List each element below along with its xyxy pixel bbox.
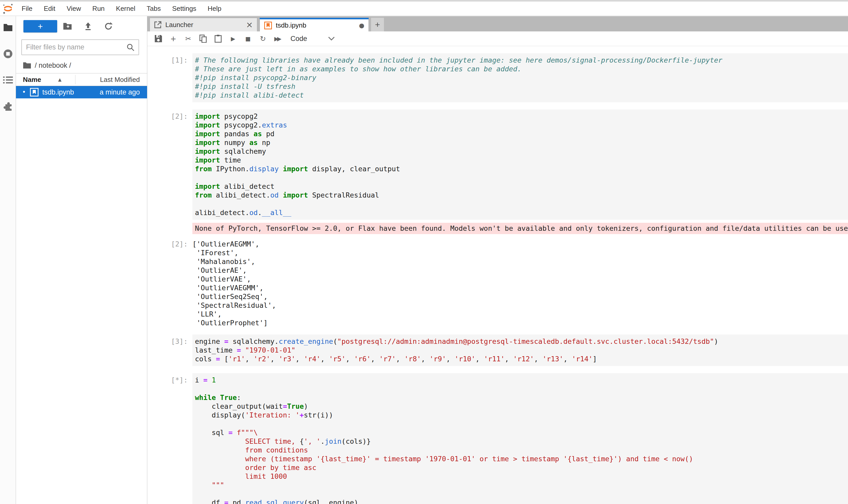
add-cell-icon[interactable]: + bbox=[166, 33, 181, 44]
code-line: cols = ['r1', 'r2', 'r3', 'r4', 'r5', 'r… bbox=[195, 355, 848, 363]
code-line: from alibi_detect.od import SpectralResi… bbox=[195, 191, 848, 200]
column-divider bbox=[75, 75, 75, 84]
file-filter-input[interactable] bbox=[22, 43, 126, 52]
chevron-down-icon bbox=[328, 37, 335, 41]
sort-ascending-icon[interactable]: ▲ bbox=[58, 77, 61, 82]
execution-prompt: [2]: bbox=[151, 109, 192, 220]
code-line bbox=[195, 419, 848, 428]
output-line: 'OutlierProphet'] bbox=[192, 319, 848, 327]
launcher-tab-icon bbox=[154, 21, 162, 29]
copy-cells-icon[interactable] bbox=[196, 33, 211, 44]
code-line: engine = sqlalchemy.create_engine("postg… bbox=[195, 337, 848, 346]
code-editor[interactable]: # The following libraries have already b… bbox=[192, 53, 848, 102]
menu-edit[interactable]: Edit bbox=[38, 5, 61, 13]
code-editor[interactable]: i = 1 while True: clear_output(wait=True… bbox=[192, 373, 848, 504]
breadcrumb-path: / notebook / bbox=[35, 61, 71, 70]
menu-view[interactable]: View bbox=[61, 5, 87, 13]
file-row-selected[interactable]: • tsdb.ipynb a minute ago bbox=[16, 86, 147, 98]
notebook-dock-area: Launcher × tsdb.ipynb ● + + ✂ bbox=[147, 16, 848, 504]
execution-prompt: [3]: bbox=[151, 335, 192, 366]
notebook-cell: [*]:i = 1 while True: clear_output(wait=… bbox=[151, 373, 848, 504]
refresh-icon[interactable] bbox=[98, 22, 119, 31]
file-browser-toolbar: + bbox=[16, 16, 147, 36]
notebook-toolbar: + ✂ ▶ ■ ↻ ▶▶ Code bbox=[147, 32, 848, 46]
code-line: clear_output(wait=True) bbox=[195, 402, 848, 411]
file-filter-box bbox=[21, 39, 139, 55]
execution-prompt: [*]: bbox=[151, 373, 192, 504]
output-line: 'SpectralResidual', bbox=[192, 301, 848, 310]
stop-kernel-icon[interactable]: ■ bbox=[240, 33, 255, 44]
code-line bbox=[195, 173, 848, 182]
run-cell-icon[interactable]: ▶ bbox=[225, 33, 240, 44]
output-line: 'OutlierSeq2Seq', bbox=[192, 292, 848, 301]
file-modified: a minute ago bbox=[100, 88, 147, 96]
paste-cells-icon[interactable] bbox=[211, 33, 225, 44]
code-line: import psycopg2 bbox=[195, 112, 848, 121]
code-line: last_time = "1970-01-01" bbox=[195, 346, 848, 355]
cell-type-dropdown[interactable]: Code bbox=[290, 35, 339, 43]
save-icon[interactable] bbox=[151, 33, 166, 44]
result-lines: ['OutlierAEGMM', 'IForest', 'Mahalanobis… bbox=[192, 237, 848, 327]
upload-icon[interactable] bbox=[78, 22, 98, 31]
column-header-modified[interactable]: Last Modified bbox=[100, 76, 147, 84]
code-line: display('Iteration: '+str(i)) bbox=[195, 411, 848, 419]
code-line: # The following libraries have already b… bbox=[195, 56, 848, 65]
file-list-header: Name ▲ Last Modified bbox=[16, 73, 147, 86]
menu-file[interactable]: File bbox=[16, 5, 38, 13]
main-menubar: File Edit View Run Kernel Tabs Settings … bbox=[0, 2, 848, 16]
column-header-name[interactable]: Name bbox=[16, 76, 41, 84]
menu-tabs[interactable]: Tabs bbox=[141, 5, 166, 13]
code-line: from conditions bbox=[195, 446, 848, 454]
restart-kernel-icon[interactable]: ↻ bbox=[255, 33, 270, 44]
new-folder-icon[interactable] bbox=[57, 22, 78, 30]
code-editor[interactable]: import psycopg2import psycopg2.extrasimp… bbox=[192, 109, 848, 220]
code-line: import pandas as pd bbox=[195, 129, 848, 138]
notebook-cell: [2]:import psycopg2import psycopg2.extra… bbox=[151, 109, 848, 327]
jupyter-logo-icon bbox=[0, 3, 16, 15]
notebook-cell: [1]:# The following libraries have alrea… bbox=[151, 53, 848, 102]
left-activity-bar bbox=[0, 16, 16, 504]
cell-type-value: Code bbox=[290, 35, 307, 43]
home-folder-icon[interactable] bbox=[23, 62, 31, 69]
tab-notebook[interactable]: tsdb.ipynb ● bbox=[259, 18, 369, 32]
code-line: #!pip install alibi-detect bbox=[195, 91, 848, 100]
execution-result-row: [2]:['OutlierAEGMM', 'IForest', 'Mahalan… bbox=[151, 237, 848, 327]
output-line: 'OutlierVAE', bbox=[192, 275, 848, 284]
menu-settings[interactable]: Settings bbox=[166, 5, 202, 13]
code-line: import psycopg2.extras bbox=[195, 121, 848, 129]
restart-run-all-icon[interactable]: ▶▶ bbox=[270, 33, 285, 44]
unsaved-dot: • bbox=[16, 89, 26, 96]
menu-help[interactable]: Help bbox=[202, 5, 227, 13]
notebook-file-icon bbox=[30, 88, 39, 96]
code-line: sql = f"""\ bbox=[195, 428, 848, 437]
output-line: 'Mahalanobis', bbox=[192, 257, 848, 266]
code-line: df = pd.read_sql_query(sql, engine) bbox=[195, 498, 848, 504]
code-editor[interactable]: engine = sqlalchemy.create_engine("postg… bbox=[192, 335, 848, 366]
extension-manager-icon[interactable] bbox=[3, 101, 13, 111]
new-tab-button[interactable]: + bbox=[371, 18, 384, 32]
code-line: import time bbox=[195, 156, 848, 165]
output-prompt bbox=[151, 223, 192, 234]
tab-launcher[interactable]: Launcher × bbox=[150, 18, 257, 32]
cut-cells-icon[interactable]: ✂ bbox=[181, 33, 196, 44]
breadcrumb[interactable]: / notebook / bbox=[16, 58, 147, 73]
new-launcher-button[interactable]: + bbox=[23, 20, 57, 33]
output-line: ['OutlierAEGMM', bbox=[192, 240, 848, 249]
output-line: 'LLR', bbox=[192, 310, 848, 319]
code-line bbox=[195, 200, 848, 208]
notebook-cell: [3]:engine = sqlalchemy.create_engine("p… bbox=[151, 335, 848, 366]
output-line: 'OutlierAE', bbox=[192, 266, 848, 275]
code-line: order by time asc bbox=[195, 463, 848, 472]
table-of-contents-icon[interactable] bbox=[3, 76, 13, 84]
cell-input-row: [1]:# The following libraries have alrea… bbox=[151, 53, 848, 102]
file-browser-icon[interactable] bbox=[3, 23, 13, 32]
menu-run[interactable]: Run bbox=[87, 5, 110, 13]
running-sessions-icon[interactable] bbox=[3, 49, 13, 59]
close-icon[interactable]: × bbox=[246, 20, 253, 30]
file-name: tsdb.ipynb bbox=[42, 88, 74, 96]
code-line: """ bbox=[195, 481, 848, 490]
unsaved-changes-icon: ● bbox=[359, 22, 364, 29]
menu-kernel[interactable]: Kernel bbox=[110, 5, 141, 13]
jupyterlab-window: File Edit View Run Kernel Tabs Settings … bbox=[0, 0, 848, 504]
search-icon bbox=[126, 43, 139, 52]
